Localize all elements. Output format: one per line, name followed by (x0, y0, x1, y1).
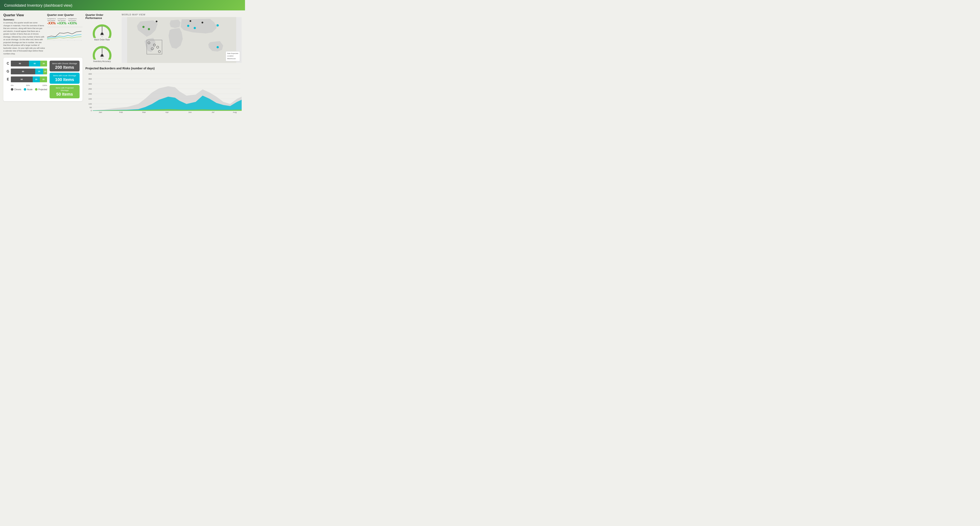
gauge-inventory: oo oo 00% oo Inventory Accuracy (86, 43, 119, 62)
qoq-metric-2: compared tolast quarter +XX% (57, 18, 67, 25)
right-column: Quarter Order Performance (86, 13, 242, 114)
quarter-summary: Quarter View Summary: In summary, this q… (3, 13, 45, 55)
svg-text:200: 200 (88, 93, 92, 95)
bar-row-g: G 60 20 10 (6, 68, 47, 75)
legend-dot-chronic (11, 88, 13, 91)
legend-projected: Projected (35, 88, 47, 91)
quarter-view-title: Quarter View (3, 13, 45, 17)
svg-point-40 (217, 46, 219, 48)
bar-container-e: 60 20 20 (11, 76, 47, 82)
backorders-title: Projected Backorders and Risks (number o… (86, 67, 242, 70)
svg-text:150: 150 (88, 98, 92, 100)
shortage-value-projected: 50 Items (52, 92, 78, 97)
svg-text:250: 250 (88, 88, 92, 90)
bar-label-g: G (6, 70, 10, 73)
svg-text:00%: 00% (100, 55, 104, 57)
shortage-value-chronic: 200 Items (52, 65, 78, 70)
header: Consolidated Inventory (dashboard view) (0, 0, 245, 10)
svg-point-28 (156, 21, 157, 22)
svg-text:oo: oo (106, 26, 108, 27)
bar-label-e: E (6, 78, 10, 81)
bar-acute-e: 20 (33, 76, 40, 82)
bar-chronic-g: 60 (11, 68, 35, 75)
gauge-backorder-label: Back Order Rate (86, 38, 119, 41)
bar-label-c: C (6, 62, 10, 65)
svg-text:oo: oo (97, 48, 98, 49)
bar-container-g: 60 20 10 (11, 68, 47, 75)
qoq-metric-3: compared tolast quarter +XX% (68, 18, 77, 25)
bar-legend: Chronic Acute Projected (6, 88, 47, 91)
svg-point-26 (142, 26, 145, 28)
mini-line-chart (47, 29, 83, 41)
shortage-label-projected: Items with Projected Shortage (52, 87, 78, 92)
bar-axis: 0% 50% 100% (6, 84, 47, 86)
page-title: Consolidated Inventory (dashboard view) (4, 3, 241, 8)
legend-dot-acute (24, 88, 26, 91)
quarter-order-performance: Quarter Order Performance (86, 13, 119, 65)
legend-chronic: Chronic (11, 88, 21, 91)
quarter-view-section: Quarter View Summary: In summary, this q… (3, 13, 83, 55)
svg-text:400: 400 (88, 73, 92, 75)
svg-text:Mar: Mar (142, 111, 146, 113)
svg-text:oo: oo (106, 48, 108, 49)
gauge-backorder: oo oo 00% oo Back Order Rate (86, 21, 119, 41)
qoq-value-1: -XX% (47, 21, 56, 25)
map-tooltip: Date Expected: Location: Warehouse: (226, 51, 240, 61)
bar-chart-area: C 50 40 20 G 60 20 10 (6, 60, 47, 99)
bar-row-e: E 60 20 20 (6, 76, 47, 82)
main-content: Quarter View Summary: In summary, this q… (0, 10, 245, 117)
left-column: Quarter View Summary: In summary, this q… (3, 13, 83, 114)
tooltip-location: Location: (227, 55, 239, 57)
tooltip-date: Date Expected: (227, 52, 239, 55)
svg-text:Feb: Feb (119, 111, 123, 113)
svg-text:Jan: Jan (99, 111, 102, 113)
shortage-card-projected: Items with Projected Shortage 50 Items (49, 85, 80, 99)
bar-chart-section: C 50 40 20 G 60 20 10 (6, 60, 80, 99)
qoq-value-2: +XX% (57, 21, 67, 25)
bar-chronic-e: 60 (11, 76, 33, 82)
world-map-section: WORLD MAP VIEW (122, 13, 242, 65)
gauge-backorder-svg: oo oo 00% oo (89, 21, 115, 38)
shortage-label-chronic: Items with Chronic Shortage (52, 62, 78, 65)
shortage-cards: Items with Chronic Shortage 200 Items It… (49, 60, 80, 99)
bar-container-c: 50 40 20 (11, 60, 47, 67)
shortage-label-acute: Items with Acute Shortage (52, 75, 78, 77)
bar-projected-g: 10 (43, 68, 47, 75)
bar-projected-c: 20 (40, 60, 47, 67)
svg-text:oo: oo (101, 36, 103, 37)
gauge-inventory-label: Inventory Accuracy (86, 60, 119, 62)
shortage-value-acute: 100 Items (52, 77, 78, 82)
bar-acute-c: 40 (29, 60, 40, 67)
bar-row-c: C 50 40 20 (6, 60, 47, 67)
svg-text:Jun: Jun (188, 111, 192, 113)
svg-text:Aug: Aug (233, 111, 237, 113)
world-map-title: WORLD MAP VIEW (122, 13, 242, 16)
svg-text:50: 50 (89, 106, 92, 108)
svg-text:0: 0 (91, 110, 92, 111)
svg-text:350: 350 (88, 78, 92, 80)
qoq-value-3: +XX% (68, 21, 77, 25)
svg-point-31 (187, 25, 189, 27)
qoq-title: Quarter over Quarter (47, 13, 83, 16)
svg-text:oo: oo (97, 26, 98, 27)
bottom-card: C 50 40 20 G 60 20 10 (3, 58, 83, 101)
svg-point-27 (148, 28, 150, 30)
qoq-metrics: compared tolast quarter -XX% compared to… (47, 18, 83, 27)
shortage-card-chronic: Items with Chronic Shortage 200 Items (49, 60, 80, 72)
svg-text:300: 300 (88, 83, 92, 85)
backorders-section: Projected Backorders and Risks (number o… (86, 67, 242, 114)
svg-point-29 (189, 20, 191, 22)
svg-point-32 (194, 27, 196, 29)
legend-dot-projected (35, 88, 38, 91)
bar-acute-g: 20 (35, 68, 43, 75)
svg-point-30 (202, 22, 203, 23)
world-map-container: Date Expected: Location: Warehouse: (122, 17, 242, 63)
top-right-row: Quarter Order Performance (86, 13, 242, 65)
svg-text:Jul: Jul (212, 111, 215, 113)
world-map-svg (122, 17, 242, 63)
summary-text: In summary, this quarter would see some … (3, 21, 45, 55)
svg-text:Apr: Apr (165, 111, 169, 113)
bar-projected-e: 20 (40, 76, 47, 82)
svg-text:00%: 00% (100, 33, 104, 36)
bar-chronic-c: 50 (11, 60, 29, 67)
